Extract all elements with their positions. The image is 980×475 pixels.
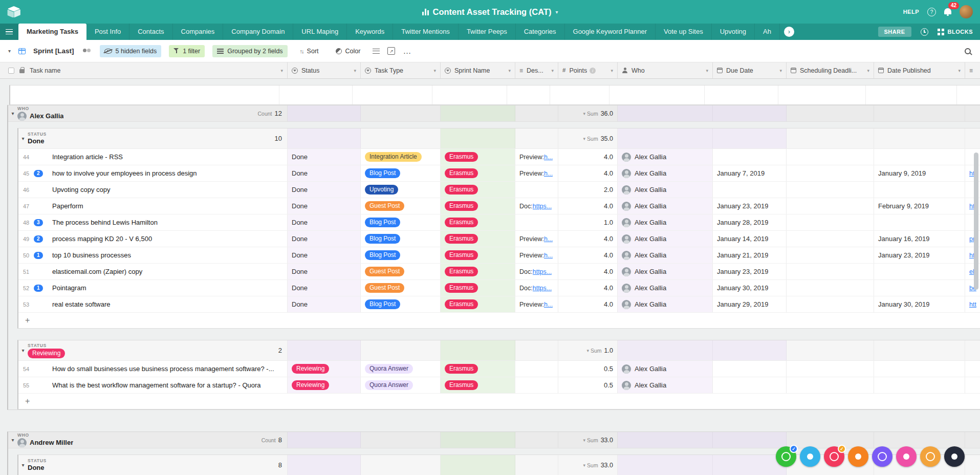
tab-google-keyword-planner[interactable]: Google Keyword Planner: [565, 24, 656, 40]
table-row[interactable]: 452how to involve your employees in proc…: [18, 165, 980, 182]
comment-count-badge[interactable]: 2: [34, 170, 43, 177]
type-cell[interactable]: Quora Answer: [361, 361, 441, 377]
points-cell[interactable]: 4.0: [558, 149, 618, 165]
points-cell[interactable]: 4.0: [558, 231, 618, 247]
pub-cell[interactable]: January 30, 2019: [874, 296, 965, 312]
who-column-header[interactable]: Who▾: [618, 62, 713, 78]
scroll-tabs-right-button[interactable]: ›: [784, 27, 794, 37]
table-row[interactable]: 55What is the best workflow management s…: [18, 377, 980, 394]
sort-button[interactable]: ↑↓ Sort: [295, 45, 323, 57]
sprint-cell[interactable]: Erasmus: [441, 182, 515, 198]
task-name-cell[interactable]: Pointagram: [52, 284, 287, 292]
tab-vote-up-sites[interactable]: Vote up Sites: [656, 24, 712, 40]
sprint-cell[interactable]: Erasmus: [441, 149, 515, 165]
due-cell[interactable]: [713, 377, 787, 393]
purple-app-icon[interactable]: [872, 446, 892, 467]
comment-count-badge[interactable]: 1: [34, 285, 43, 292]
summary-dropdown-icon[interactable]: ▾: [586, 348, 589, 353]
due-cell[interactable]: January 23, 2019: [713, 198, 787, 214]
type-cell[interactable]: Integration Article: [361, 149, 441, 165]
summary-dropdown-icon[interactable]: ▾: [583, 111, 586, 116]
task-name-cell[interactable]: how to involve your employees in process…: [52, 169, 287, 177]
description-link[interactable]: h...: [544, 235, 553, 243]
status-cell[interactable]: Reviewing: [288, 361, 361, 377]
task-name-cell[interactable]: Integration article - RSS: [52, 153, 287, 161]
desc-cell[interactable]: [515, 377, 558, 393]
due-cell[interactable]: [713, 149, 787, 165]
row-header-cell[interactable]: 521Pointagram: [18, 280, 288, 296]
view-name[interactable]: Sprint [Last]: [33, 47, 74, 55]
chevron-down-icon[interactable]: ▾: [277, 68, 283, 73]
blue-app-icon[interactable]: [800, 446, 820, 467]
desc-cell[interactable]: [515, 182, 558, 198]
points-cell[interactable]: 2.0: [558, 182, 618, 198]
sched-cell[interactable]: [787, 214, 874, 230]
desc-cell[interactable]: Doc: https...: [515, 264, 558, 279]
group-header-row[interactable]: ▾WHOAlex GalliaCount12▾Sum36.0: [8, 105, 980, 122]
who-cell[interactable]: Alex Gallia: [618, 214, 713, 230]
who-cell[interactable]: Alex Gallia: [618, 198, 713, 214]
comment-count-badge[interactable]: 2: [34, 235, 43, 243]
points-cell[interactable]: 0.5: [558, 361, 618, 377]
table-row[interactable]: 44Integration article - RSSDoneIntegrati…: [18, 149, 980, 165]
row-header-cell[interactable]: 501top 10 business processes: [18, 247, 288, 263]
sched-cell[interactable]: [787, 231, 874, 247]
sched-cell[interactable]: [787, 182, 874, 198]
tab-company-domain[interactable]: Company Domain: [223, 24, 293, 40]
sched-cell[interactable]: [787, 296, 874, 312]
scrollbar-thumb[interactable]: [974, 153, 978, 290]
user-avatar[interactable]: [960, 5, 973, 18]
sched-cell[interactable]: [787, 165, 874, 181]
pub-cell[interactable]: [874, 377, 965, 393]
status-cell[interactable]: Done: [288, 182, 361, 198]
subgroup-header-row[interactable]: ▾STATUSReviewing2▾Sum1.0: [18, 340, 980, 361]
pub-cell[interactable]: [874, 149, 965, 165]
due-date-column-header[interactable]: Due Date▾: [713, 62, 787, 78]
task-name-column-header[interactable]: Task name ▾: [0, 62, 288, 78]
row-header-cell[interactable]: 47Paperform: [18, 198, 288, 214]
pub-cell[interactable]: January 9, 2019: [874, 165, 965, 181]
des-column-header[interactable]: ≡Des...▾: [515, 62, 558, 78]
sprint-cell[interactable]: Erasmus: [441, 280, 515, 296]
blocks-button[interactable]: BLOCKS: [938, 29, 973, 35]
task-name-cell[interactable]: real estate software: [52, 300, 287, 308]
tab-contacts[interactable]: Contacts: [129, 24, 172, 40]
who-cell[interactable]: Alex Gallia: [618, 264, 713, 279]
type-cell[interactable]: Blog Post: [361, 231, 441, 247]
sprint-cell[interactable]: Erasmus: [441, 214, 515, 230]
sprint-cell[interactable]: Erasmus: [441, 198, 515, 214]
menu-icon[interactable]: [0, 24, 18, 40]
status-cell[interactable]: Done: [288, 264, 361, 279]
add-row-button[interactable]: +: [18, 394, 980, 409]
task-name-cell[interactable]: What is the best workflow management sof…: [52, 381, 287, 389]
who-cell[interactable]: Alex Gallia: [618, 149, 713, 165]
tab-categories[interactable]: Categories: [516, 24, 565, 40]
chevron-down-icon[interactable]: ▾: [955, 68, 961, 73]
row-header-cell[interactable]: 44Integration article - RSS: [18, 149, 288, 165]
airtable-logo[interactable]: [7, 6, 20, 17]
task-type-column-header[interactable]: Task Type▾: [361, 62, 441, 78]
points-cell[interactable]: 4.0: [558, 165, 618, 181]
chevron-down-icon[interactable]: ▾: [607, 68, 613, 73]
table-row[interactable]: 492process mapping KD 20 - V 6,500DoneBl…: [18, 231, 980, 247]
desc-cell[interactable]: [515, 361, 558, 377]
chevron-down-icon[interactable]: ▾: [864, 68, 869, 73]
due-cell[interactable]: January 29, 2019: [713, 296, 787, 312]
table-row[interactable]: 53real estate softwareDoneBlog PostErasm…: [18, 296, 980, 313]
tab-ah[interactable]: Ah: [755, 24, 780, 40]
table-row[interactable]: 501top 10 business processesDoneBlog Pos…: [18, 247, 980, 264]
hidden-fields-button[interactable]: 5 hidden fields: [100, 45, 162, 57]
status-cell[interactable]: Done: [288, 280, 361, 296]
tab-upvoting[interactable]: Upvoting: [712, 24, 755, 40]
due-cell[interactable]: January 21, 2019: [713, 247, 787, 263]
filter-button[interactable]: 1 filter: [169, 45, 205, 57]
sprint-cell[interactable]: Erasmus: [441, 165, 515, 181]
desc-cell[interactable]: Preview: h...: [515, 231, 558, 247]
pub-cell[interactable]: [874, 214, 965, 230]
tab-keywords[interactable]: Keywords: [347, 24, 393, 40]
tab-twitter-peeps[interactable]: Twitter Peeps: [459, 24, 516, 40]
sched-cell[interactable]: [787, 361, 874, 377]
scheduling-deadli-column-header[interactable]: Scheduling Deadli...▾: [787, 62, 874, 78]
due-cell[interactable]: [713, 361, 787, 377]
status-cell[interactable]: Done: [288, 214, 361, 230]
